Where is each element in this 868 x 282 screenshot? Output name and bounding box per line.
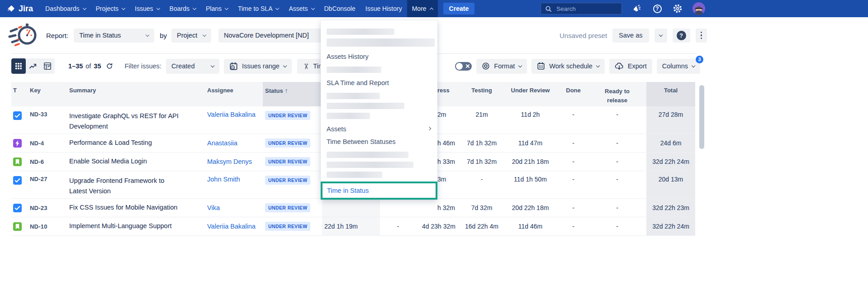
status-badge: UNDER REVIEW (265, 203, 310, 212)
column-header-label: Summary (69, 87, 96, 94)
grid-view-button[interactable] (11, 58, 26, 74)
report-help-button[interactable]: ? (673, 29, 690, 43)
search-box[interactable] (541, 3, 622, 14)
issues-range-label: Issues range (242, 62, 280, 70)
report-type-select[interactable]: Time in Status (74, 29, 154, 43)
search-icon (545, 5, 552, 12)
nav-item-assets[interactable]: Assets (284, 0, 319, 17)
menu-item-label: Time in Status (327, 187, 369, 194)
menu-item-redacted[interactable] (327, 93, 380, 99)
issue-type-cell[interactable] (11, 134, 27, 152)
chevron-down-icon (659, 33, 662, 36)
issue-type-cell[interactable] (11, 199, 27, 217)
chart-view-button[interactable] (26, 58, 40, 74)
nav-item-dbconsole[interactable]: DbConsole (319, 0, 360, 17)
report-type-value: Time in Status (79, 32, 142, 39)
column-header-total[interactable]: Total (646, 82, 695, 106)
filter-select[interactable]: Created (166, 59, 219, 74)
report-label: Report: (46, 32, 68, 39)
nav-item-label: Projects (96, 5, 119, 12)
assignee-link[interactable]: Maksym Denys (206, 153, 263, 171)
assignee-link[interactable]: John Smith (206, 171, 263, 198)
menu-item-assets-history[interactable]: Assets History (321, 50, 437, 63)
save-as-dropdown-button[interactable] (655, 29, 667, 43)
issue-key-cell: ND-27 (27, 171, 68, 198)
column-header-type[interactable]: T (11, 82, 27, 106)
columns-button[interactable]: Columns 3 (657, 59, 700, 74)
work-schedule-button[interactable]: Work schedule (531, 59, 605, 74)
vertical-scrollbar-thumb[interactable] (699, 85, 704, 149)
assignee-link[interactable]: Anastasiia (206, 134, 263, 152)
status-badge: UNDER REVIEW (265, 222, 310, 231)
assignee-link[interactable]: Valeriia Bakalina (206, 106, 263, 134)
assignee-link[interactable]: Valeriia Bakalina (206, 217, 263, 235)
export-button[interactable]: Export (609, 59, 652, 74)
column-header-done[interactable]: Done (559, 82, 588, 106)
pivot-view-button[interactable] (40, 58, 55, 74)
group-by-select[interactable]: Project (171, 29, 211, 43)
menu-item-redacted[interactable] (327, 172, 382, 178)
column-header-under_review[interactable]: Under Review (502, 82, 559, 106)
issue-type-cell[interactable] (11, 171, 27, 198)
issue-summary-cell: Implement Multi-Language Support (68, 217, 206, 235)
time-cell-testing: 7d 1h 32m (461, 153, 502, 171)
nav-item-time-to-sla[interactable]: Time to SLA (233, 0, 284, 17)
nav-item-issue-history[interactable]: Issue History (360, 0, 407, 17)
settings-gear-icon[interactable] (672, 3, 683, 14)
project-select[interactable]: NovaCore Development [ND] (218, 29, 327, 43)
column-header-ready_to_release[interactable]: Ready to release (588, 82, 646, 106)
menu-item-redacted[interactable] (327, 152, 408, 158)
menu-item-redacted[interactable] (327, 103, 404, 109)
menu-item-time-in-status[interactable]: Time in Status (321, 182, 437, 200)
toggle-switch-off[interactable] (455, 62, 472, 71)
format-button[interactable]: Format (476, 59, 527, 74)
user-avatar[interactable] (693, 2, 705, 15)
refresh-button[interactable] (106, 62, 113, 70)
menu-item-redacted[interactable] (327, 67, 381, 73)
time-cell-done: - (559, 106, 588, 134)
sort-ascending-icon: ↑ (283, 87, 288, 94)
refresh-icon (106, 62, 113, 70)
issues-range-button[interactable]: Issues range (224, 59, 292, 74)
issue-summary-cell: Performance & Load Testing (68, 134, 206, 152)
app-logo-stopwatch (7, 21, 37, 49)
menu-item-redacted[interactable] (327, 113, 370, 119)
column-header-status[interactable]: Status ↑ (263, 82, 322, 106)
nav-item-label: Assets (289, 5, 308, 12)
issue-key-cell: ND-10 (27, 217, 68, 235)
menu-item-redacted[interactable] (327, 38, 435, 47)
more-options-kebab-button[interactable] (696, 29, 707, 43)
nav-item-more[interactable]: More (407, 0, 438, 17)
nav-item-projects[interactable]: Projects (91, 0, 130, 17)
nav-item-issues[interactable]: Issues (130, 0, 164, 17)
status-badge: UNDER REVIEW (265, 157, 310, 166)
nav-item-boards[interactable]: Boards (165, 0, 201, 17)
column-header-key[interactable]: Key (27, 82, 68, 106)
menu-item-redacted[interactable] (327, 162, 413, 168)
menu-item-redacted[interactable] (327, 29, 394, 35)
announcement-icon[interactable] (631, 3, 642, 14)
issue-type-cell[interactable] (11, 217, 27, 235)
nav-item-dashboards[interactable]: Dashboards (40, 0, 91, 17)
jira-logo[interactable]: Jira (6, 4, 33, 14)
assignee-link[interactable]: Vika (206, 199, 263, 217)
menu-item-assets[interactable]: Assets (321, 123, 437, 135)
table-row-nd-23: ND-23Fix CSS Issues for Mobile Navigatio… (11, 199, 695, 217)
menu-item-time-between-statuses[interactable]: Time Between Statuses (321, 135, 437, 148)
create-button[interactable]: Create (443, 3, 475, 14)
chevron-down-icon (692, 63, 695, 67)
issue-type-cell[interactable] (11, 106, 27, 134)
save-as-button[interactable]: Save as (612, 29, 649, 43)
status-badge: UNDER REVIEW (265, 111, 310, 120)
issue-key-cell: ND-4 (27, 134, 68, 152)
menu-item-sla-time-and-report[interactable]: SLA Time and Report (321, 76, 437, 89)
nav-item-plans[interactable]: Plans (201, 0, 233, 17)
column-header-summary[interactable]: Summary (68, 82, 206, 106)
column-header-testing[interactable]: Testing (461, 82, 502, 106)
help-icon[interactable]: ? (652, 3, 663, 14)
search-input[interactable] (555, 5, 614, 13)
status-badge: UNDER REVIEW (265, 139, 310, 148)
filter-issues-label: Filter issues: (125, 62, 161, 70)
issue-type-cell[interactable] (11, 153, 27, 171)
column-header-assignee[interactable]: Assignee (206, 82, 263, 106)
